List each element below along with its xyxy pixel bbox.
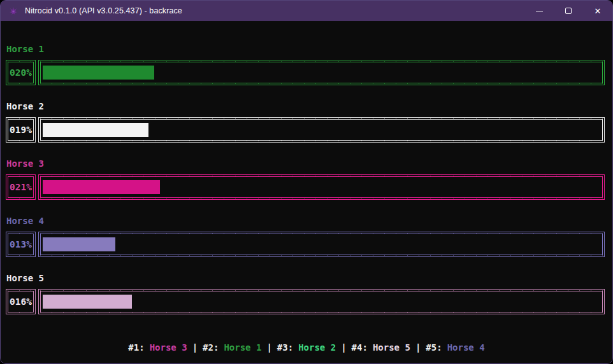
progress-bar bbox=[38, 117, 605, 143]
minimize-icon bbox=[536, 11, 543, 11]
maximize-icon bbox=[565, 8, 572, 14]
app-logo-icon[interactable] bbox=[8, 6, 18, 16]
window-title: Nitrocid v0.1.0 (API v3.0.25.437) - back… bbox=[25, 6, 182, 15]
horse-section-4: Horse 4 013% bbox=[6, 216, 605, 257]
horse-section-1: Horse 1 020% bbox=[6, 44, 605, 85]
horse-name: Horse 3 bbox=[6, 158, 605, 169]
close-icon: ✕ bbox=[595, 7, 602, 15]
rank-horse-name: Horse 2 bbox=[298, 342, 336, 353]
horse-section-5: Horse 5 016% bbox=[6, 273, 605, 314]
progress-fill bbox=[43, 237, 115, 251]
percent-value: 020% bbox=[10, 67, 32, 78]
rank-horse-name: Horse 4 bbox=[447, 342, 485, 353]
progress-bar bbox=[38, 60, 605, 85]
progress-fill bbox=[43, 295, 132, 309]
titlebar: Nitrocid v0.1.0 (API v3.0.25.437) - back… bbox=[1, 1, 612, 21]
progress-fill bbox=[43, 123, 148, 137]
progress-fill bbox=[43, 180, 160, 194]
percent-box: 021% bbox=[6, 174, 36, 200]
percent-box: 016% bbox=[6, 289, 36, 314]
rank-separator: | bbox=[341, 342, 346, 353]
horse-name: Horse 4 bbox=[6, 216, 605, 226]
percent-value: 021% bbox=[10, 182, 32, 192]
rank-horse-name: Horse 1 bbox=[224, 342, 261, 353]
horse-section-2: Horse 2 019% bbox=[6, 101, 605, 143]
progress-bar bbox=[38, 232, 605, 257]
rank-label: #1: bbox=[128, 342, 144, 353]
percent-box: 019% bbox=[6, 117, 36, 143]
percent-value: 013% bbox=[10, 239, 32, 249]
percent-box: 020% bbox=[6, 60, 36, 85]
rank-separator: | bbox=[192, 342, 198, 353]
terminal-content: Horse 1 020% Horse 2 019% bbox=[1, 21, 612, 363]
horse-name: Horse 1 bbox=[6, 44, 605, 54]
percent-value: 016% bbox=[10, 297, 32, 307]
rank-separator: | bbox=[266, 342, 271, 353]
percent-value: 019% bbox=[10, 125, 32, 135]
horse-name: Horse 2 bbox=[6, 101, 605, 111]
rank-label: #2: bbox=[203, 342, 219, 353]
app-window: Nitrocid v0.1.0 (API v3.0.25.437) - back… bbox=[0, 0, 613, 364]
rank-horse-name: Horse 3 bbox=[150, 342, 187, 353]
rank-horse-name: Horse 5 bbox=[373, 342, 410, 353]
progress-bar bbox=[38, 174, 605, 200]
percent-box: 013% bbox=[6, 232, 36, 257]
horse-section-3: Horse 3 021% bbox=[6, 158, 605, 200]
minimize-button[interactable] bbox=[524, 1, 554, 21]
rank-label: #4: bbox=[352, 342, 368, 353]
rank-separator: | bbox=[415, 342, 421, 353]
progress-fill bbox=[43, 66, 154, 80]
progress-bar bbox=[38, 289, 605, 314]
window-controls: ✕ bbox=[524, 1, 612, 21]
close-button[interactable]: ✕ bbox=[583, 1, 612, 21]
rank-label: #3: bbox=[277, 342, 293, 353]
ranking-line: #1: Horse 3 | #2: Horse 1 | #3: Horse 2 … bbox=[1, 342, 612, 353]
rank-label: #5: bbox=[426, 342, 442, 353]
horse-name: Horse 5 bbox=[6, 273, 605, 283]
maximize-button[interactable] bbox=[554, 1, 583, 21]
